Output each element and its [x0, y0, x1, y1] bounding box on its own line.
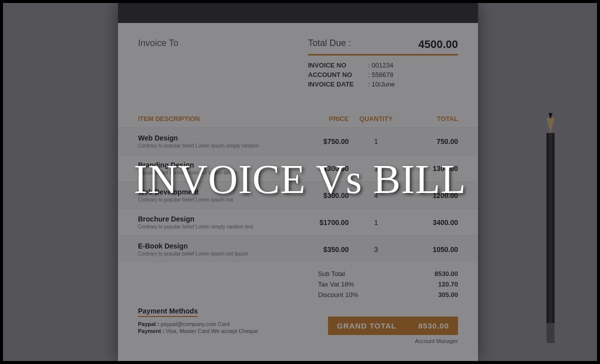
item-title: E-Book Design	[138, 242, 294, 250]
meta-row: ACCOUNT NO556678	[308, 71, 458, 78]
item-price: $350.00	[294, 246, 348, 254]
summary-line: Tax Vat 18%120.70	[318, 280, 458, 288]
total-due-value: 4500.00	[418, 38, 458, 51]
summary: Sub Total8530.00Tax Vat 18%120.70Discoun…	[118, 262, 478, 304]
summary-value: 8530.00	[434, 270, 458, 278]
col-price: PRICE	[294, 115, 348, 122]
item-title: Branding Design	[138, 161, 294, 169]
item-price: $750.00	[294, 138, 348, 146]
item-total: 750.00	[404, 138, 458, 146]
meta-key: ACCOUNT NO	[308, 71, 368, 78]
grand-total-label: GRAND TOTAL	[337, 322, 396, 330]
pencil-icon	[546, 118, 554, 343]
item-qty: 4	[348, 192, 403, 200]
invoice-document: Invoice To Total Due : 4500.00 INVOICE N…	[118, 3, 478, 361]
summary-label: Tax Vat 18%	[318, 280, 354, 288]
payment-methods: Payment Methods Paypal : paypal@company.…	[138, 306, 258, 335]
item-subtitle: popular belief Lorem Ipsom not Ipsum sim…	[138, 170, 294, 176]
grand-total: GRAND TOTAL 8530.00	[328, 316, 458, 335]
table-row: E-Book DesignContrary to popular belief …	[118, 236, 478, 262]
item-total: 1050.00	[404, 246, 458, 254]
item-title: Brochure Design	[138, 215, 294, 223]
item-subtitle: Contrary to popular belief Lorem simply …	[138, 224, 294, 230]
account-manager-label: Account Manager	[118, 335, 478, 344]
meta-value: 001234	[368, 62, 394, 69]
header-right: Total Due : 4500.00 INVOICE NO001234ACCO…	[308, 38, 458, 90]
item-total: 3400.00	[404, 218, 458, 226]
invoice-to-label: Invoice To	[138, 38, 178, 90]
payment-line: Paypal : paypal@company.com Card	[138, 321, 258, 327]
item-qty: 3	[348, 246, 403, 254]
table-row: Branding Designpopular belief Lorem Ipso…	[118, 154, 478, 182]
total-due-label: Total Due :	[308, 38, 351, 51]
item-subtitle: Contrary to popular belief Lorem Ipsom n…	[138, 197, 294, 202]
item-qty: 1	[348, 138, 403, 146]
payment-line: Payment : Visa, Master Card We accept Ch…	[138, 328, 258, 334]
col-desc: ITEM DESCRIPTION	[138, 115, 294, 122]
document-topbar	[118, 3, 478, 23]
meta-key: INVOICE DATE	[308, 80, 368, 88]
table-row: Web DesignContrary to popular belief Lor…	[118, 128, 478, 154]
table-row: Web DevelopmentContrary to popular belie…	[118, 182, 478, 208]
summary-line: Discount 10%305.00	[318, 291, 458, 298]
item-qty: 1	[348, 164, 403, 172]
summary-value: 120.70	[438, 280, 458, 288]
total-due: Total Due : 4500.00	[308, 38, 458, 56]
summary-line: Sub Total8530.00	[318, 270, 458, 278]
scene-frame: Invoice To Total Due : 4500.00 INVOICE N…	[3, 3, 597, 361]
item-price: $1700.00	[294, 218, 348, 226]
grand-total-value: 8530.00	[418, 322, 449, 330]
item-total: 1300.00	[404, 164, 458, 172]
meta-value: 556678	[368, 71, 394, 78]
meta-key: INVOICE NO	[308, 62, 368, 69]
summary-label: Sub Total	[318, 270, 345, 278]
item-subtitle: Contrary to popular belief Lorem Ipsum s…	[138, 143, 294, 148]
items-table: ITEM DESCRIPTION PRICE QUANTITY TOTAL We…	[118, 110, 478, 262]
item-qty: 1	[348, 218, 403, 226]
summary-value: 305.00	[438, 291, 458, 298]
item-price: $300.00	[294, 192, 348, 200]
item-subtitle: Contrary to popular belief Lorem Ipsom n…	[138, 251, 294, 256]
item-title: Web Development	[138, 188, 294, 196]
meta-row: INVOICE DATE10/June	[308, 80, 458, 88]
items-header: ITEM DESCRIPTION PRICE QUANTITY TOTAL	[118, 110, 478, 128]
col-total: TOTAL	[404, 115, 458, 122]
item-title: Web Design	[138, 134, 294, 142]
meta-value: 10/June	[368, 80, 395, 88]
item-total: 1200.00	[404, 192, 458, 200]
summary-label: Discount 10%	[318, 291, 358, 298]
item-price: $1300.00	[294, 164, 348, 172]
payment-methods-title: Payment Methods	[138, 307, 198, 317]
table-row: Brochure DesignContrary to popular belie…	[118, 208, 478, 236]
col-qty: QUANTITY	[348, 115, 403, 122]
meta-row: INVOICE NO001234	[308, 62, 458, 69]
